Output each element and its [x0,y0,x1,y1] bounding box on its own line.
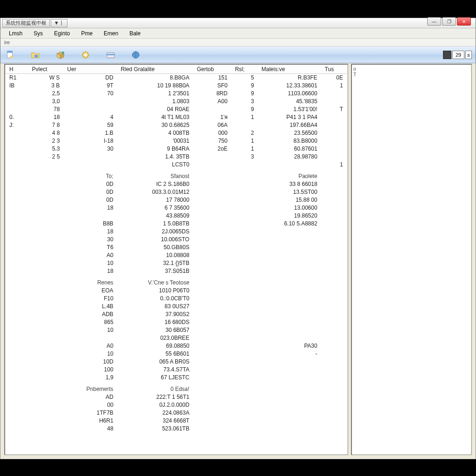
table-row[interactable]: 10073.4.S7TA [6,366,347,374]
col-header[interactable]: H [6,65,28,74]
cell [231,409,258,417]
col-header[interactable]: Pvlect [28,65,64,74]
table-row[interactable]: 1032.1 {}5TB [6,259,347,267]
cell [28,334,64,342]
cell [28,259,64,267]
globe-icon[interactable] [130,49,142,61]
col-header[interactable]: Uer [64,65,117,74]
table-row[interactable]: 43.8850919.86520 [6,212,347,220]
cell: 12.33.38601 [258,82,321,90]
table-row[interactable]: A069.08850PA30 [6,342,347,350]
table-row[interactable]: 3010.006STO [6,236,347,244]
zoom-thumb-icon [443,51,451,59]
table-row[interactable]: 1,967 LJESTC [6,374,347,382]
cell: 37.900S2 [117,311,193,318]
box-icon[interactable] [54,49,66,61]
table-row[interactable]: 182J.0065DS [6,228,347,236]
cell [258,417,321,425]
cell: 9 [231,82,258,90]
data-pane[interactable]: HPvlectUerRled GralaliteGertobRsl;Maleis… [4,64,348,455]
minimize-button[interactable]: — [427,17,441,26]
cell: IB [6,82,28,90]
table-row[interactable]: 4 81.B4 008TB000223.56500 [6,129,347,137]
table-row[interactable]: 3,01.0803A00345.'8835 [6,98,347,106]
table-row[interactable]: 2,5701 2'35018RD91103.06600 [6,90,347,98]
table-row[interactable]: 1TF7B224.0863A [6,409,347,417]
cell: 30 6B057 [117,326,193,334]
col-header[interactable]: Gertob [193,65,231,74]
table-row[interactable]: AD222:T 1 56T1 [6,393,347,401]
table-row[interactable]: R1W SDD8.B8GA1515R.B3FE0E [6,74,347,82]
table-row[interactable]: 1030 6B057 [6,326,347,334]
document-icon[interactable] [4,49,16,61]
maximize-button[interactable]: ❐ [442,17,456,26]
table-row[interactable]: IB3 B9T10 19 88B0ASF0912.33.386011 [6,82,347,90]
cell [28,409,64,417]
menu-pme[interactable]: Pme [75,29,98,38]
table-row[interactable]: 1837.S051B [6,267,347,275]
table-row[interactable]: A010.08808 [6,251,347,259]
table-row[interactable]: LCST01 [6,161,347,169]
table-row[interactable]: 0D17 7800015.88 00 [6,196,347,204]
cell [64,161,117,169]
table-row[interactable]: 2 3I-18'00031750183.B8000 [6,137,347,145]
table-row[interactable]: ADB37.900S2 [6,311,347,318]
cell [6,244,28,251]
menu-eginto[interactable]: Eginto [48,29,75,38]
table-row[interactable]: EOA1010 P06T0 [6,287,347,295]
cell [193,366,231,374]
cell: 45.'8835 [258,98,321,106]
menu-sys[interactable]: Sys [28,29,48,38]
cell [28,401,64,409]
cell: P41 3 1 PA4 [258,113,321,121]
cell [321,212,347,220]
table-row[interactable]: 186 7 3560013.00600 [6,204,347,212]
cell: R.B3FE [258,74,321,82]
titlebar-dropdown[interactable]: ▼丨 [51,19,67,27]
cell [6,318,28,326]
side-pane[interactable]: o T [351,64,472,455]
table-row[interactable]: 1055 6B601- [6,350,347,358]
cell: 19.86520 [258,212,321,220]
table-row[interactable]: 48523.061TB [6,425,347,433]
cell: 1 [231,113,258,121]
table-row[interactable]: T650.GB80S [6,244,347,251]
cell [193,220,231,228]
close-button[interactable]: ✕ [457,17,471,26]
cell [321,401,347,409]
table-row[interactable]: 2 51.4. 35TB328.98780 [6,153,347,161]
col-header[interactable]: Maleis:ve [258,65,321,74]
table-row[interactable]: 000J.2.0.000D [6,401,347,409]
card-icon[interactable] [105,49,117,61]
table-row[interactable]: L.4B83 0US27 [6,303,347,311]
cell [321,342,347,350]
zoom-value[interactable]: 29 [452,51,464,59]
col-header[interactable]: Rled Gralalite [117,65,193,74]
table-row[interactable]: H6R1324 6668T [6,417,347,425]
cell [258,374,321,382]
table-row[interactable]: J:7 85930 0.6862506A197.66BA4 [6,121,347,129]
cell [6,251,28,259]
table-row[interactable]: F100.:0.0CB'T0 [6,295,347,303]
menu-emen[interactable]: Emen [98,29,124,38]
cell: 2 5 [28,153,64,161]
table-row[interactable]: 0DIC 2 S.186B033 8 66018 [6,180,347,188]
cell [231,350,258,358]
table-row[interactable]: 7804 R0AE91.53'1'00!T [6,106,347,113]
table-row[interactable]: 0D003.3.0.01M1213.5ST00 [6,188,347,196]
table-row[interactable]: B8B1 5.0B8TB6.10 5.A8882 [6,220,347,228]
titlebar[interactable]: 系统性能监视中枢 ▼丨 — ❐ ✕ [0,18,476,28]
col-header[interactable]: Rsl; [231,65,258,74]
menu-lmsh[interactable]: Lmsh [3,29,28,38]
cell: 0D [64,188,117,196]
col-header[interactable]: Tus [321,65,347,74]
table-row[interactable]: 0.1844t T1 ML031'я1P41 3 1 PA4 [6,113,347,121]
table-row[interactable]: 10D065 A BR0S [6,358,347,366]
gear-icon[interactable] [79,49,92,61]
menu-bale[interactable]: Bale [124,29,146,38]
table-row[interactable]: 023.0BREE [6,334,347,342]
cell: 30 [64,236,117,244]
folder-icon[interactable] [29,49,41,61]
table-row[interactable]: 5.3309 B64RA2oE160.87601 [6,145,347,153]
table-row[interactable]: 86516 680DS [6,318,347,326]
